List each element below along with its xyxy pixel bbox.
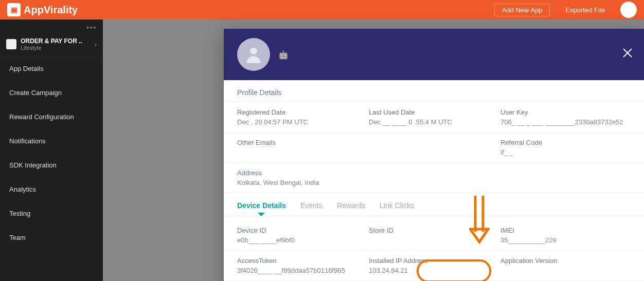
label-emails: Other Emails <box>237 139 369 146</box>
val-address: Kolkata, West Bengal, India <box>237 179 632 186</box>
nav-sdk[interactable]: SDK Integration <box>0 153 103 177</box>
topbar: ▣ AppVirality Add New App Exported File <box>0 0 644 20</box>
label-storeid: Store ID <box>369 227 500 234</box>
val-userkey: 706_ __ _ ___ ________2330a83732e52 <box>500 118 632 126</box>
label-address: Address <box>237 169 632 177</box>
tab-device-details[interactable]: Device Details <box>237 201 286 216</box>
nav-notifications[interactable]: Notifications <box>0 129 103 153</box>
chevron-right-icon: › <box>95 41 97 48</box>
val-imei: 35__________229 <box>500 236 632 244</box>
svg-point-0 <box>250 48 257 54</box>
brand-logo[interactable]: ▣ AppVirality <box>7 3 78 16</box>
label-userkey: User Key <box>500 108 632 116</box>
brand-text: AppVirality <box>24 4 78 16</box>
sidebar-collapse-handle[interactable]: ▪▪▪ <box>0 20 103 32</box>
label-appver: Application Version <box>500 257 632 265</box>
export-link[interactable]: Exported File <box>565 6 605 14</box>
val-referral: if_ _ <box>500 148 632 156</box>
sidebar: ▪▪▪ ORDER & PAY FOR .. Lifestyle › App D… <box>0 20 103 281</box>
android-icon: 🤖 <box>278 50 289 60</box>
val-accesstoken: 3f4026____ __f89ddaa57b0116f965 <box>237 267 369 274</box>
label-referral: Referral Code <box>500 139 632 146</box>
app-name: ORDER & PAY FOR .. <box>21 38 82 45</box>
val-ip: 103.24.84.21 <box>369 267 500 274</box>
app-category: Lifestyle <box>21 45 82 51</box>
label-deviceid: Device ID <box>237 227 369 234</box>
modal-header: 🤖 <box>224 29 644 80</box>
nav-reward-config[interactable]: Reward Configuration <box>0 105 103 129</box>
profile-modal: 🤖 Profile Details Registered DateDec , 2… <box>224 29 644 281</box>
tab-rewards[interactable]: Rewards <box>337 201 365 216</box>
nav-testing[interactable]: Testing <box>0 201 103 226</box>
tab-events[interactable]: Events <box>300 201 323 216</box>
app-selector[interactable]: ORDER & PAY FOR .. Lifestyle › <box>0 32 103 57</box>
section-profile-title: Profile Details <box>224 80 644 102</box>
label-registered: Registered Date <box>237 108 369 116</box>
profile-avatar <box>237 38 270 71</box>
close-icon[interactable] <box>622 47 633 60</box>
logo-icon: ▣ <box>7 3 21 16</box>
device-tabs: Device Details Events Rewards Link Click… <box>224 193 644 216</box>
val-registered: Dec , 20 04:57 PM UTC <box>237 118 369 126</box>
val-deviceid: e0b___ ____ef9bf0 <box>237 236 369 244</box>
person-icon <box>243 44 264 65</box>
user-avatar[interactable] <box>620 2 637 18</box>
main: LTV Mail 0✉＋0✉＋0✉＋400✉＋130✉＋0✉＋0✉＋0✉＋0✉＋… <box>103 20 644 281</box>
nav-create-campaign[interactable]: Create Campaign <box>0 81 103 105</box>
label-imei: IMEI <box>500 227 632 234</box>
add-app-button[interactable]: Add New App <box>494 4 550 16</box>
label-lastused: Last Used Date <box>369 108 500 116</box>
tab-link-clicks[interactable]: Link Clicks <box>380 201 414 216</box>
val-lastused: Dec __ ____ 0 .55.4 M UTC <box>369 118 500 126</box>
nav-analytics[interactable]: Analytics <box>0 177 103 201</box>
label-accesstoken: AccessToken <box>237 257 369 265</box>
nav-team[interactable]: Team <box>0 226 103 250</box>
nav-app-details[interactable]: App Details <box>0 57 103 81</box>
label-ip: Installed IP Address <box>369 257 500 265</box>
app-thumb-icon <box>6 39 16 49</box>
